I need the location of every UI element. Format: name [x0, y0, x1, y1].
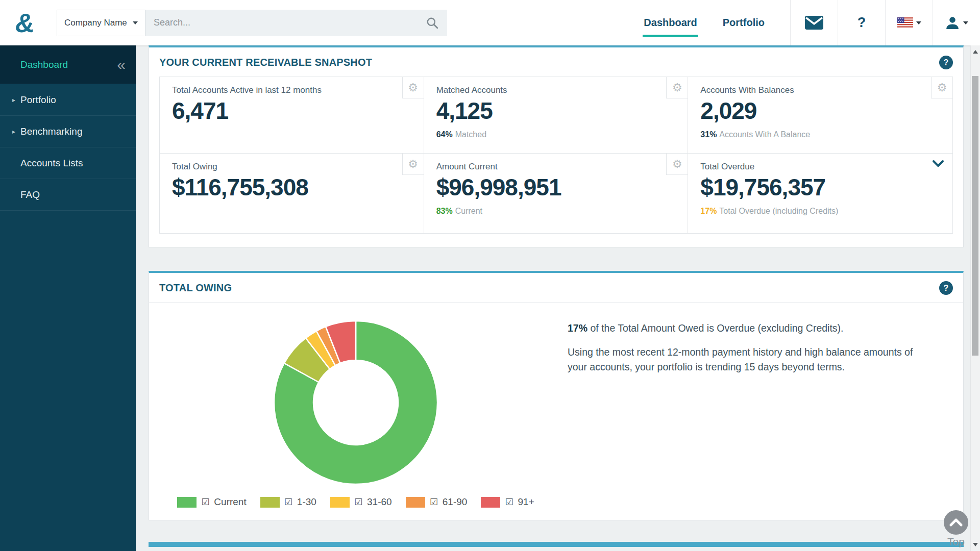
- sidebar-item-label: Benchmarking: [20, 126, 82, 137]
- main-content: YOUR CURRENT RECEIVABLE SNAPSHOT ? Total…: [136, 45, 970, 551]
- card-settings-button[interactable]: ⚙: [931, 77, 952, 98]
- card-subtext: 64%Matched: [436, 130, 678, 139]
- chevron-down-icon: [916, 21, 921, 24]
- legend-item-1-30[interactable]: ☑1-30: [260, 496, 316, 508]
- nav-tab-portfolio[interactable]: Portfolio: [723, 0, 765, 45]
- owing-summary-text: 17% of the Total Amount Owed is Overdue …: [562, 317, 963, 508]
- chevron-up-icon: [948, 518, 964, 527]
- gear-icon: ⚙: [672, 158, 682, 171]
- sidebar-collapse-icon[interactable]: «: [117, 57, 126, 72]
- company-selector-dropdown[interactable]: Company Name: [57, 10, 145, 36]
- chevron-down-icon: [963, 21, 968, 24]
- app-logo-ampersand-icon[interactable]: &: [14, 10, 47, 36]
- messages-button[interactable]: [790, 0, 838, 45]
- expand-caret-icon: ▸: [12, 96, 15, 104]
- receivable-snapshot-panel: YOUR CURRENT RECEIVABLE SNAPSHOT ? Total…: [149, 45, 964, 247]
- vertical-scrollbar[interactable]: [970, 45, 980, 551]
- panel-title: TOTAL OWING: [159, 282, 232, 294]
- legend-label: 1-30: [297, 496, 316, 508]
- sidebar: Dashboard « ▸ Portfolio ▸ Benchmarking A…: [0, 45, 136, 551]
- back-to-top-label: Top: [943, 536, 969, 548]
- nav-tab-dashboard[interactable]: Dashboard: [644, 0, 697, 45]
- legend-item-31-60[interactable]: ☑31-60: [330, 496, 392, 508]
- user-icon: [945, 15, 960, 31]
- legend-swatch: [406, 497, 425, 508]
- gear-icon: ⚙: [408, 81, 418, 94]
- legend-item-Current[interactable]: ☑Current: [177, 496, 247, 508]
- help-icon[interactable]: ?: [939, 281, 953, 295]
- card-percent-label: Matched: [455, 130, 486, 139]
- card-collapse-button[interactable]: [932, 160, 944, 169]
- top-navbar: & Company Name Dashboard Portfolio ?: [0, 0, 980, 45]
- primary-nav: Dashboard Portfolio: [644, 0, 790, 45]
- card-settings-button[interactable]: ⚙: [402, 77, 424, 98]
- card-subtext: 31%Accounts With A Balance: [700, 130, 942, 139]
- card-percent-label: Current: [455, 207, 482, 215]
- envelope-icon: [805, 16, 823, 30]
- sidebar-item-portfolio[interactable]: ▸ Portfolio: [0, 84, 136, 116]
- scrollbar-up-arrow-icon[interactable]: [973, 50, 978, 54]
- us-flag-icon: [897, 17, 913, 28]
- scrollbar-thumb[interactable]: [972, 76, 978, 356]
- legend-checkbox-icon[interactable]: ☑: [284, 496, 292, 508]
- legend-swatch: [260, 497, 280, 508]
- card-settings-button[interactable]: ⚙: [666, 154, 688, 175]
- next-panel-top-border: [149, 542, 964, 547]
- language-selector[interactable]: [885, 0, 933, 45]
- legend-checkbox-icon[interactable]: ☑: [430, 496, 438, 508]
- total-owing-panel: TOTAL OWING ? ☑Current☑1-30☑31-60☑61-90☑…: [149, 271, 964, 520]
- help-icon[interactable]: ?: [939, 56, 953, 69]
- summary-rest: of the Total Amount Owed is Overdue (exc…: [587, 322, 843, 334]
- card-accounts-with-balances: Accounts With Balances 2,029 31%Accounts…: [688, 77, 952, 154]
- gear-icon: ⚙: [672, 81, 682, 94]
- legend-label: 61-90: [443, 496, 468, 508]
- card-value: 4,125: [436, 98, 678, 124]
- scrollbar-down-arrow-icon[interactable]: [973, 543, 978, 546]
- card-matched-accounts: Matched Accounts 4,125 64%Matched ⚙: [424, 77, 689, 154]
- legend-swatch: [330, 497, 350, 508]
- card-title: Amount Current: [436, 162, 678, 172]
- sidebar-item-dashboard[interactable]: Dashboard «: [0, 45, 136, 84]
- sidebar-item-label: Dashboard: [20, 59, 68, 70]
- legend-checkbox-icon[interactable]: ☑: [354, 496, 362, 508]
- search-input[interactable]: [154, 17, 426, 28]
- card-percent: 64%: [436, 130, 453, 139]
- card-amount-current: Amount Current $96,998,951 83%Current ⚙: [424, 154, 689, 233]
- summary-percent: 17%: [568, 322, 587, 334]
- legend-swatch: [177, 497, 197, 508]
- legend-checkbox-icon[interactable]: ☑: [201, 496, 209, 508]
- donut-chart-block: ☑Current☑1-30☑31-60☑61-90☑91+: [149, 317, 562, 508]
- legend-item-61-90[interactable]: ☑61-90: [406, 496, 468, 508]
- donut-legend: ☑Current☑1-30☑31-60☑61-90☑91+: [177, 496, 534, 508]
- card-percent-label: Accounts With A Balance: [719, 130, 810, 139]
- help-button[interactable]: ?: [838, 0, 885, 45]
- sidebar-item-accounts-lists[interactable]: Accounts Lists: [0, 147, 136, 179]
- card-total-owing: Total Owing $116,755,308 ⚙: [160, 154, 424, 233]
- sidebar-item-label: Portfolio: [20, 94, 56, 106]
- legend-label: 91+: [518, 496, 534, 508]
- card-value: $116,755,308: [172, 174, 413, 201]
- card-value: 6,471: [172, 98, 413, 124]
- sidebar-item-benchmarking[interactable]: ▸ Benchmarking: [0, 116, 136, 147]
- card-value: 2,029: [700, 98, 942, 124]
- card-title: Total Owing: [172, 162, 413, 172]
- legend-item-91+[interactable]: ☑91+: [481, 496, 534, 508]
- question-mark-icon: ?: [857, 15, 866, 31]
- card-settings-button[interactable]: ⚙: [402, 154, 424, 175]
- card-subtext: 17%Total Overdue (including Credits): [700, 207, 942, 216]
- card-total-accounts-active: Total Accounts Active in last 12 months …: [160, 77, 424, 154]
- legend-swatch: [481, 497, 500, 508]
- chevron-down-icon: [133, 21, 138, 24]
- card-settings-button[interactable]: ⚙: [666, 77, 688, 98]
- card-title: Matched Accounts: [436, 85, 678, 95]
- card-value: $19,756,357: [700, 174, 942, 201]
- search-icon[interactable]: [426, 16, 439, 30]
- user-menu-button[interactable]: [933, 0, 980, 45]
- trend-paragraph: Using the most recent 12-month payment h…: [568, 345, 917, 374]
- back-to-top-button[interactable]: Top: [943, 510, 969, 548]
- card-percent: 83%: [436, 207, 453, 215]
- expand-caret-icon: ▸: [12, 128, 15, 135]
- legend-checkbox-icon[interactable]: ☑: [505, 496, 513, 508]
- gear-icon: ⚙: [937, 81, 947, 94]
- sidebar-item-faq[interactable]: FAQ: [0, 179, 136, 211]
